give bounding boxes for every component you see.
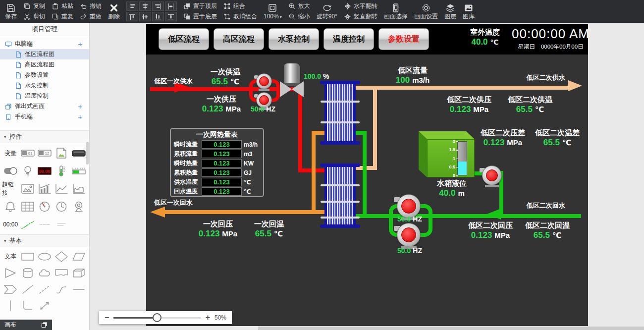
shape-dashed-line[interactable] bbox=[36, 281, 53, 297]
rotate-90-button[interactable]: 旋转90° bbox=[317, 3, 337, 20]
heat-meter-table[interactable]: 一次网热量表瞬时流量0.123m3/h累积流量0.123m3瞬时热量0.123K… bbox=[170, 128, 264, 197]
zoom-slider-track[interactable] bbox=[113, 317, 201, 319]
flip-vertical-button[interactable]: 竖直翻转 bbox=[344, 12, 377, 21]
widget-switch-12[interactable]: 12 bbox=[36, 144, 53, 162]
add-screen-button[interactable]: + bbox=[78, 113, 82, 120]
measurement-低区二次回温[interactable]: 低区二次回温65.5℃ bbox=[525, 220, 570, 240]
widget-clock[interactable] bbox=[53, 198, 70, 216]
section-basic[interactable]: ▾ 基本 bbox=[0, 234, 89, 247]
shape-cube[interactable] bbox=[70, 265, 87, 281]
widget-table[interactable] bbox=[19, 198, 36, 216]
zoom-out-button[interactable]: 缩小 bbox=[288, 12, 310, 21]
measurement-低区二次回压[interactable]: 低区二次回压0.123MPa bbox=[468, 220, 513, 240]
measurement-低区二次温差[interactable]: 低区二次温差65.5℃ bbox=[535, 128, 580, 148]
shape-curve[interactable] bbox=[53, 281, 70, 297]
delete-button[interactable]: 删除 bbox=[108, 3, 120, 20]
widget-bar-chart[interactable] bbox=[36, 180, 53, 198]
measurement-低区二次供温[interactable]: 低区二次供温65.5℃ bbox=[508, 95, 552, 114]
widget-button[interactable] bbox=[70, 144, 87, 162]
add-screen-button[interactable]: + bbox=[78, 103, 82, 110]
add-screen-button[interactable]: + bbox=[78, 40, 82, 48]
group-button[interactable]: 组合 bbox=[223, 2, 257, 10]
bring-to-front-button[interactable]: 置于顶层 bbox=[183, 2, 217, 10]
secondary-pump-1[interactable] bbox=[397, 194, 421, 218]
shape-hline[interactable] bbox=[70, 281, 87, 297]
align-bottom-button[interactable] bbox=[152, 12, 164, 21]
tree-item-temp-control[interactable]: 温度控制 bbox=[0, 91, 89, 101]
pipe-secondary-supply[interactable] bbox=[356, 86, 570, 90]
layers-button[interactable]: 图层 bbox=[444, 3, 456, 20]
copy-button[interactable]: 复制 bbox=[23, 2, 45, 10]
tree-item-high-zone-flow[interactable]: 高区流程图 bbox=[0, 59, 89, 70]
zoom-minus-icon[interactable]: − bbox=[105, 314, 109, 322]
pipe-primary-supply-down[interactable] bbox=[298, 87, 302, 172]
label-secondary-supply-water[interactable]: 低区二次供水 bbox=[527, 73, 565, 82]
section-controls[interactable]: ▾ 控件 bbox=[0, 130, 89, 143]
zoom-plus-icon[interactable]: + bbox=[206, 314, 210, 322]
widget-led-display[interactable]: 88.88 bbox=[36, 162, 53, 180]
label-secondary-return-water[interactable]: 低区二次回水 bbox=[527, 201, 565, 210]
ungroup-button[interactable]: 取消组合 bbox=[223, 12, 257, 21]
pipe-secondary-supply-riser[interactable] bbox=[373, 88, 377, 170]
tank-pump[interactable] bbox=[482, 165, 502, 185]
screen-select-button[interactable]: 画面选择 bbox=[384, 3, 408, 20]
send-to-back-button[interactable]: 置于底层 bbox=[183, 12, 217, 21]
distribute-v-button[interactable] bbox=[165, 12, 177, 21]
secondary-pump-2[interactable] bbox=[397, 223, 421, 247]
widget-image-doc[interactable] bbox=[53, 144, 70, 162]
widget-area-chart[interactable] bbox=[70, 180, 87, 198]
heat-exchanger-2[interactable] bbox=[324, 165, 356, 227]
screen-settings-button[interactable]: 画面设置 bbox=[414, 3, 438, 20]
tree-item-mobile[interactable]: 手机端+ bbox=[0, 111, 89, 122]
widget-image[interactable] bbox=[19, 180, 36, 198]
widget-hyperlink[interactable]: 超链接 bbox=[2, 180, 19, 198]
tree-item-pump-control[interactable]: 水泵控制 bbox=[0, 80, 89, 91]
design-canvas[interactable]: 低区流程高区流程水泵控制温度控制参数设置 室外温度 40.0℃ 00:00:00… bbox=[146, 24, 588, 326]
measurement-一次回压[interactable]: 一次回压0.123MPa bbox=[199, 219, 237, 239]
align-right-button[interactable] bbox=[152, 1, 164, 11]
shape-double-arrow[interactable] bbox=[36, 297, 53, 314]
zoom-level-button[interactable]: 100%▾ bbox=[264, 3, 282, 20]
zoom-slider-handle[interactable] bbox=[153, 313, 161, 322]
pipe-hx1-green-riser[interactable] bbox=[363, 131, 367, 216]
align-center-h-button[interactable] bbox=[139, 1, 151, 11]
distribute-h-button[interactable] bbox=[165, 1, 177, 11]
widget-mini-text-2[interactable] bbox=[53, 216, 70, 233]
pipe-primary-return[interactable] bbox=[162, 210, 325, 214]
widget-switch-01[interactable]: 01 bbox=[19, 144, 36, 162]
paste-button[interactable]: 粘贴 bbox=[52, 2, 73, 10]
measurement-一次回温[interactable]: 一次回温65.5℃ bbox=[254, 219, 284, 239]
shape-parallelogram[interactable] bbox=[70, 248, 87, 265]
shape-line[interactable] bbox=[19, 281, 36, 297]
measurement-低区流量[interactable]: 低区流量100m3/h bbox=[396, 65, 429, 85]
measurement-水箱液位[interactable]: 水箱液位40.0m bbox=[437, 178, 467, 198]
undo-button[interactable]: 撤销 bbox=[80, 2, 102, 10]
primary-pump-1[interactable] bbox=[256, 73, 272, 89]
pipe-hx1-orange-riser[interactable] bbox=[312, 131, 316, 214]
widget-bulb[interactable] bbox=[19, 162, 36, 180]
measurement-低区二次供压[interactable]: 低区二次供压0.123MPa bbox=[447, 95, 491, 114]
widget-thermometer[interactable] bbox=[53, 162, 70, 180]
tree-item-param-settings[interactable]: 参数设置 bbox=[0, 70, 89, 80]
shape-cylinder[interactable] bbox=[19, 265, 36, 281]
widget-gauge[interactable] bbox=[36, 198, 53, 216]
redo-button[interactable]: 重做 bbox=[80, 12, 102, 21]
label-primary-return-water[interactable]: 低区一次回水 bbox=[154, 198, 193, 207]
align-middle-button[interactable] bbox=[139, 12, 151, 21]
sidebar-scrollbar[interactable] bbox=[86, 142, 89, 165]
duplicate-button[interactable]: 重复 bbox=[52, 12, 73, 21]
shape-chevron[interactable] bbox=[2, 281, 19, 297]
widget-progress-bar[interactable] bbox=[70, 162, 87, 180]
shape-rectangle[interactable] bbox=[19, 248, 36, 265]
measurement-低区二次压差[interactable]: 低区二次压差0.123MPa bbox=[481, 128, 525, 148]
shape-corner-line[interactable] bbox=[19, 297, 36, 314]
cut-button[interactable]: 剪切 bbox=[23, 12, 45, 21]
pump-frequency-1[interactable]: 50.0HZ bbox=[251, 105, 275, 113]
tree-item-popup-screens[interactable]: 弹出式画面+ bbox=[0, 101, 89, 111]
widget-line-chart[interactable] bbox=[53, 180, 70, 198]
control-valve[interactable] bbox=[280, 81, 304, 97]
measurement-一次供压[interactable]: 一次供压0.123MPa bbox=[202, 94, 241, 114]
shape-vline[interactable] bbox=[2, 297, 19, 314]
shape-diamond[interactable] bbox=[53, 248, 70, 265]
gallery-button[interactable]: 图库 bbox=[463, 3, 475, 20]
